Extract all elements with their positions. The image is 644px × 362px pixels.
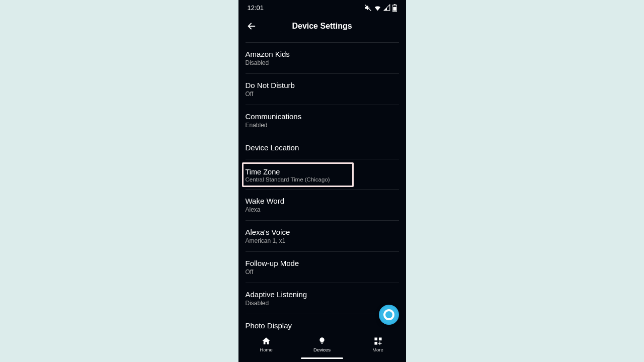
svg-rect-3 <box>393 7 396 11</box>
settings-list: Amazon Kids Disabled Do Not Disturb Off … <box>238 37 406 331</box>
nav-more[interactable]: More <box>350 334 406 362</box>
arrow-left-icon <box>246 21 257 32</box>
setting-subtitle: Disabled <box>246 300 399 307</box>
setting-title: Follow-up Mode <box>246 259 399 267</box>
signal-icon <box>383 4 390 11</box>
setting-subtitle: Alexa <box>246 206 399 213</box>
setting-subtitle: Disabled <box>246 59 399 66</box>
setting-subtitle: Off <box>246 268 399 276</box>
setting-do-not-disturb[interactable]: Do Not Disturb Off <box>246 74 399 105</box>
setting-time-zone[interactable]: Time Zone Central Standard Time (Chicago… <box>242 162 354 187</box>
wifi-icon <box>374 4 381 12</box>
setting-time-zone-container: Time Zone Central Standard Time (Chicago… <box>246 162 399 190</box>
setting-title: Adaptive Listening <box>246 290 399 299</box>
svg-rect-5 <box>378 337 381 340</box>
svg-rect-4 <box>374 337 377 340</box>
setting-amazon-kids[interactable]: Amazon Kids Disabled <box>246 42 399 74</box>
setting-adaptive-listening[interactable]: Adaptive Listening Disabled <box>246 283 399 314</box>
setting-subtitle: Enabled <box>246 122 399 129</box>
bottom-nav: Home Devices More <box>238 331 406 362</box>
setting-subtitle: Off <box>246 90 399 98</box>
setting-communications[interactable]: Communications Enabled <box>246 105 399 136</box>
header: Device Settings <box>238 15 406 37</box>
setting-title: Do Not Disturb <box>246 81 399 89</box>
nav-label: More <box>372 347 383 352</box>
setting-alexa-voice[interactable]: Alexa's Voice American 1, x1 <box>246 221 399 252</box>
home-icon <box>262 336 271 345</box>
back-button[interactable] <box>246 20 258 32</box>
bulb-icon <box>318 336 326 345</box>
setting-title: Amazon Kids <box>246 50 399 58</box>
setting-title: Alexa's Voice <box>246 228 399 236</box>
setting-subtitle: Central Standard Time (Chicago) <box>246 176 350 183</box>
setting-title: Time Zone <box>246 168 350 176</box>
battery-icon <box>392 4 397 12</box>
nav-label: Devices <box>313 347 331 352</box>
page-title: Device Settings <box>292 22 352 31</box>
setting-title: Wake Word <box>246 197 399 205</box>
status-bar: 12:01 <box>238 0 406 15</box>
svg-rect-6 <box>374 341 377 344</box>
setting-subtitle: American 1, x1 <box>246 237 399 244</box>
home-indicator[interactable] <box>301 357 343 359</box>
setting-follow-up-mode[interactable]: Follow-up Mode Off <box>246 252 399 283</box>
alexa-ring-icon <box>383 309 394 320</box>
setting-title: Photo Display <box>246 321 399 330</box>
svg-rect-2 <box>393 4 395 5</box>
phone-frame: 12:01 Device Settings Amazon Kids Disabl… <box>238 0 406 362</box>
grid-plus-icon <box>374 337 382 345</box>
setting-wake-word[interactable]: Wake Word Alexa <box>246 190 399 221</box>
setting-photo-display[interactable]: Photo Display <box>246 314 399 331</box>
setting-device-location[interactable]: Device Location <box>246 136 399 159</box>
mute-icon <box>364 4 372 12</box>
status-icons <box>364 4 397 12</box>
alexa-button[interactable] <box>379 305 399 325</box>
status-time: 12:01 <box>248 4 264 12</box>
nav-home[interactable]: Home <box>238 334 294 362</box>
nav-label: Home <box>260 347 272 352</box>
setting-title: Communications <box>246 112 399 121</box>
setting-title: Device Location <box>246 143 399 152</box>
